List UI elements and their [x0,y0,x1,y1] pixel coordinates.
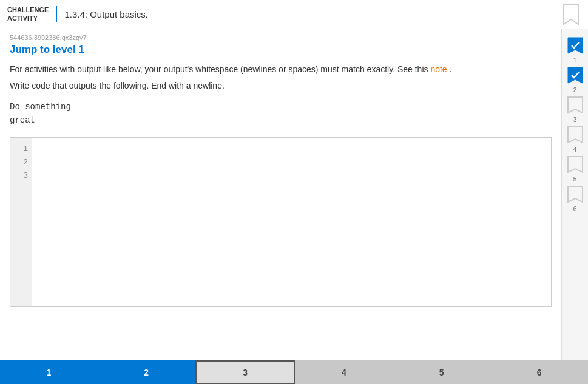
level-badge-5[interactable] [567,155,584,175]
challenge-line2: ACTIVITY [7,15,49,22]
level-indicator-4[interactable]: 4 [567,126,584,153]
level-indicator-5[interactable]: 5 [567,155,584,183]
header-title: 1.3.4: Output basics. [64,9,148,19]
level-badge-icon-3 [567,96,584,115]
level-number-4: 4 [573,146,577,153]
level-number-2: 2 [573,87,577,93]
line-numbers: 1 2 3 [10,138,32,306]
bookmark-badge-icon [561,4,581,25]
output-line1: Do something [10,100,552,113]
code-editor: 1 2 3 [10,137,552,307]
tab-4[interactable]: 4 [295,360,393,384]
note-link[interactable]: note [430,64,447,74]
jump-to-level[interactable]: Jump to level 1 [10,44,552,56]
tab-6[interactable]: 6 [490,360,588,384]
challenge-activity-label: CHALLENGE ACTIVITY [7,6,57,22]
line-number-2: 2 [14,156,28,169]
line-number-1: 1 [14,143,28,156]
level-badge-icon-4 [567,126,584,145]
level-number-3: 3 [573,116,577,123]
level-badge-3[interactable] [567,96,584,115]
level-number-5: 5 [573,176,577,183]
level-number-6: 6 [573,206,577,212]
tab-1[interactable]: 1 [0,360,98,384]
output-line2: great [10,113,552,127]
tab-2[interactable]: 2 [98,360,195,384]
content-area: 544636.3992386.qx3zqy7 Jump to level 1 F… [0,29,561,360]
level-badge-icon-6 [567,185,584,204]
challenge-line1: CHALLENGE [7,6,49,14]
code-textarea[interactable] [32,138,551,306]
right-sidebar: 1 2 3 [561,29,588,360]
level-badge-icon-1 [567,36,584,56]
level-number-1: 1 [573,57,577,64]
tab-3[interactable]: 3 [195,360,296,384]
level-badge-1[interactable] [567,36,584,56]
main-layout: 544636.3992386.qx3zqy7 Jump to level 1 F… [0,29,588,360]
level-indicator-2[interactable]: 2 [567,66,584,93]
level-indicator-1[interactable]: 1 [567,36,584,64]
session-id: 544636.3992386.qx3zqy7 [10,34,552,41]
level-indicator-6[interactable]: 6 [567,185,584,212]
level-badge-2[interactable] [567,66,584,86]
output-block: Do something great [10,100,552,127]
bottom-tabs: 1 2 3 4 5 6 [0,360,588,384]
level-indicator-3[interactable]: 3 [567,96,584,123]
line-number-3: 3 [14,169,28,183]
level-badge-icon-5 [567,155,584,175]
code-input-area[interactable] [32,138,551,306]
write-code-text: Write code that outputs the following. E… [10,81,552,90]
instructions-text: For activities with output like below, y… [10,63,552,76]
level-badge-4[interactable] [567,126,584,145]
header-badge [561,4,581,25]
level-badge-6[interactable] [567,185,584,204]
tab-5[interactable]: 5 [393,360,490,384]
level-badge-icon-2 [567,66,584,86]
header: CHALLENGE ACTIVITY 1.3.4: Output basics. [0,0,588,29]
